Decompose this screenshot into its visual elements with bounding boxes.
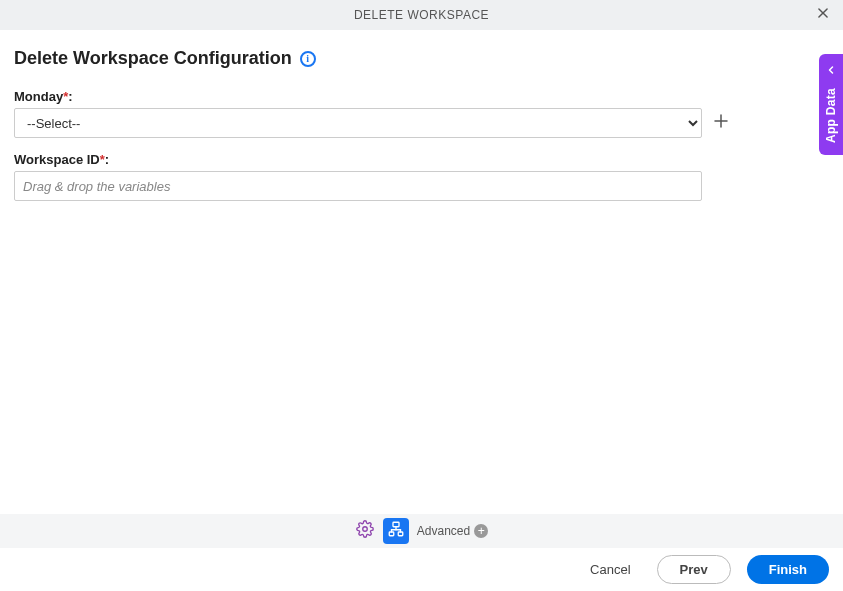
advanced-bar: Advanced + bbox=[0, 514, 843, 548]
settings-button[interactable] bbox=[355, 521, 375, 541]
monday-select[interactable]: --Select-- bbox=[14, 108, 702, 138]
label-colon: : bbox=[105, 152, 109, 167]
field-workspace-id: Workspace ID*: bbox=[14, 152, 829, 201]
page-title: Delete Workspace Configuration bbox=[14, 48, 292, 69]
template-icon bbox=[387, 520, 405, 542]
cancel-button[interactable]: Cancel bbox=[580, 556, 640, 583]
app-data-label: App Data bbox=[824, 88, 838, 143]
label-colon: : bbox=[68, 89, 72, 104]
template-button[interactable] bbox=[383, 518, 409, 544]
field-monday: Monday*: --Select-- bbox=[14, 89, 829, 138]
close-button[interactable] bbox=[811, 3, 835, 27]
workspace-id-input[interactable] bbox=[14, 171, 702, 201]
field-label-monday: Monday*: bbox=[14, 89, 829, 104]
chevron-left-icon bbox=[825, 62, 837, 80]
gear-icon bbox=[356, 520, 374, 542]
advanced-toggle[interactable]: Advanced + bbox=[417, 524, 488, 538]
field-label-workspace-id: Workspace ID*: bbox=[14, 152, 829, 167]
finish-button[interactable]: Finish bbox=[747, 555, 829, 584]
close-icon bbox=[816, 6, 830, 24]
field-row-monday: --Select-- bbox=[14, 108, 829, 138]
label-text: Monday bbox=[14, 89, 63, 104]
dialog-title: DELETE WORKSPACE bbox=[354, 8, 489, 22]
svg-rect-11 bbox=[398, 532, 403, 536]
plus-circle-icon: + bbox=[474, 524, 488, 538]
advanced-label-text: Advanced bbox=[417, 524, 470, 538]
dialog-header: DELETE WORKSPACE bbox=[0, 0, 843, 30]
dialog-footer: Cancel Prev Finish bbox=[0, 548, 843, 591]
prev-button[interactable]: Prev bbox=[657, 555, 731, 584]
app-data-tab[interactable]: App Data bbox=[819, 54, 843, 155]
info-icon[interactable]: i bbox=[300, 51, 316, 67]
svg-rect-10 bbox=[389, 532, 394, 536]
page-title-row: Delete Workspace Configuration i bbox=[14, 48, 829, 69]
label-text: Workspace ID bbox=[14, 152, 100, 167]
plus-icon bbox=[712, 112, 730, 134]
add-connection-button[interactable] bbox=[710, 112, 732, 134]
form-content: Delete Workspace Configuration i Monday*… bbox=[0, 30, 843, 225]
svg-point-4 bbox=[363, 527, 368, 532]
